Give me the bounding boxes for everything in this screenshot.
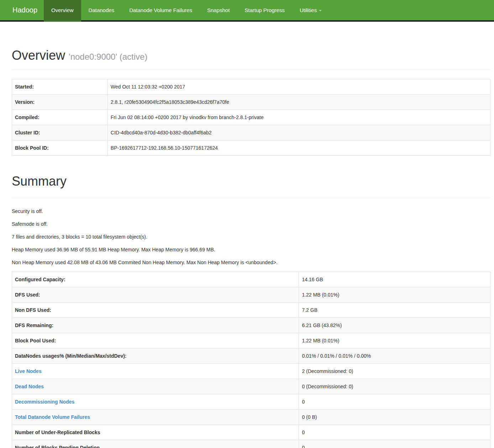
nav-item-utilities[interactable]: Utilities — [292, 0, 329, 20]
page-content: Overview 'node0:9000' (active) Started: … — [12, 47, 490, 448]
nav-item-label: Datanodes — [89, 7, 115, 13]
summary-value: 0 — [299, 440, 490, 448]
overview-page-header: Overview 'node0:9000' (active) — [12, 47, 490, 70]
info-row-version: Version: 2.8.1, r20fe5304904fc2f5a18053c… — [12, 95, 490, 110]
summary-label-dfs-remaining: DFS Remaining: — [15, 322, 53, 328]
info-row-started: Started: Wed Oct 11 12:03:32 +0200 2017 — [12, 79, 490, 95]
summary-label-non-dfs-used: Non DFS Used: — [15, 307, 51, 313]
summary-paragraph: Safemode is off. — [12, 220, 490, 228]
info-label-compiled: Compiled: — [12, 110, 108, 125]
summary-label-dfs-used: DFS Used: — [15, 292, 40, 298]
summary-row-total-datanode-volume-failures: Total Datanode Volume Failures 0 (0 B) — [12, 410, 490, 425]
page-title-text: Overview — [12, 48, 65, 63]
info-value: CID-4dbcd40a-870d-4d30-b382-db0aff4f6ab2 — [107, 125, 490, 140]
info-value: Fri Jun 02 08:14:00 +0200 2017 by vinodk… — [107, 110, 490, 125]
summary-label-datanodes-usages-min-median-max-stddev: DataNodes usages% (Min/Median/Max/stdDev… — [15, 353, 127, 359]
summary-row-number-of-blocks-pending-deletion: Number of Blocks Pending Deletion 0 — [12, 440, 490, 448]
nav-item-label: Datanode Volume Failures — [129, 7, 192, 13]
info-value: BP-1692617712-192.168.56.10-150771617262… — [107, 140, 490, 156]
info-value: Wed Oct 11 12:03:32 +0200 2017 — [107, 79, 490, 95]
nav-item: Utilities — [292, 0, 329, 22]
info-row-cluster-id: Cluster ID: CID-4dbcd40a-870d-4d30-b382-… — [12, 125, 490, 140]
summary-value: 0 (0 B) — [299, 410, 490, 425]
summary-value: 6.21 GB (43.82%) — [299, 318, 490, 333]
summary-value: 0.01% / 0.01% / 0.01% / 0.00% — [299, 348, 490, 364]
summary-paragraph: Heap Memory used 36.96 MB of 55.91 MB He… — [12, 246, 490, 253]
page-title: Overview 'node0:9000' (active) — [12, 47, 490, 63]
nav-item-snapshot[interactable]: Snapshot — [200, 0, 237, 20]
summary-row-live-nodes: Live Nodes 2 (Decommissioned: 0) — [12, 364, 490, 379]
summary-row-number-of-under-replicated-blocks: Number of Under-Replicated Blocks 0 — [12, 425, 490, 440]
info-row-compiled: Compiled: Fri Jun 02 08:14:00 +0200 2017… — [12, 110, 490, 125]
nav-item-label: Startup Progress — [245, 7, 285, 13]
summary-label-decommissioning-nodes[interactable]: Decommissioning Nodes — [15, 399, 74, 405]
summary-label-number-of-under-replicated-blocks: Number of Under-Replicated Blocks — [15, 430, 100, 435]
info-label-block-pool-id: Block Pool ID: — [12, 140, 108, 156]
caret-down-icon — [319, 10, 322, 11]
summary-row-datanodes-usages-min-median-max-stddev: DataNodes usages% (Min/Median/Max/stdDev… — [12, 348, 490, 364]
summary-row-configured-capacity: Configured Capacity: 14.16 GB — [12, 272, 490, 287]
summary-label-number-of-blocks-pending-deletion: Number of Blocks Pending Deletion — [15, 445, 100, 448]
info-row-block-pool-id: Block Pool ID: BP-1692617712-192.168.56.… — [12, 140, 490, 156]
nav-item-label: Snapshot — [207, 7, 230, 13]
page-subtitle: 'node0:9000' (active) — [69, 52, 147, 62]
top-navbar: Hadoop Overview Datanodes Datanode Volum… — [0, 0, 494, 22]
cluster-info-table-body: Started: Wed Oct 11 12:03:32 +0200 2017 … — [12, 79, 490, 156]
nav-item-datanode-volume-failures[interactable]: Datanode Volume Failures — [122, 0, 200, 20]
summary-row-dfs-remaining: DFS Remaining: 6.21 GB (43.82%) — [12, 318, 490, 333]
summary-value: 0 — [299, 394, 490, 410]
summary-label-live-nodes[interactable]: Live Nodes — [15, 368, 42, 374]
summary-value: 14.16 GB — [299, 272, 490, 287]
summary-paragraph: Non Heap Memory used 42.08 MB of 43.06 M… — [12, 259, 490, 266]
summary-row-block-pool-used: Block Pool Used: 1.22 MB (0.01%) — [12, 333, 490, 348]
nav-item: Datanodes — [81, 0, 122, 22]
nav-item: Datanode Volume Failures — [122, 0, 200, 22]
nav-item-startup-progress[interactable]: Startup Progress — [237, 0, 292, 20]
summary-label-configured-capacity: Configured Capacity: — [15, 277, 65, 282]
navbar-brand[interactable]: Hadoop — [0, 0, 44, 20]
nav-item: Startup Progress — [237, 0, 292, 22]
summary-table-body: Configured Capacity: 14.16 GB DFS Used: … — [12, 272, 490, 448]
summary-row-dfs-used: DFS Used: 1.22 MB (0.01%) — [12, 287, 490, 303]
summary-paragraph: 7 files and directories, 3 blocks = 10 t… — [12, 233, 490, 240]
summary-value: 1.22 MB (0.01%) — [299, 333, 490, 348]
summary-table: Configured Capacity: 14.16 GB DFS Used: … — [12, 272, 490, 448]
summary-value: 2 (Decommissioned: 0) — [299, 364, 490, 379]
summary-row-non-dfs-used: Non DFS Used: 7.2 GB — [12, 303, 490, 318]
info-label-cluster-id: Cluster ID: — [12, 125, 108, 140]
nav-item: Snapshot — [200, 0, 237, 22]
summary-value: 0 (Decommissioned: 0) — [299, 379, 490, 394]
info-label-started: Started: — [12, 79, 108, 95]
cluster-info-table: Started: Wed Oct 11 12:03:32 +0200 2017 … — [12, 79, 490, 156]
summary-page-header: Summary — [12, 173, 490, 198]
nav-item-label: Overview — [51, 7, 74, 13]
summary-paragraph: Security is off. — [12, 208, 490, 215]
summary-value: 7.2 GB — [299, 303, 490, 318]
summary-row-decommissioning-nodes: Decommissioning Nodes 0 — [12, 394, 490, 410]
info-label-version: Version: — [12, 95, 108, 110]
summary-value: 0 — [299, 425, 490, 440]
navbar-menu: Overview Datanodes Datanode Volume Failu… — [44, 0, 329, 22]
summary-row-dead-nodes: Dead Nodes 0 (Decommissioned: 0) — [12, 379, 490, 394]
summary-label-total-datanode-volume-failures[interactable]: Total Datanode Volume Failures — [15, 414, 90, 420]
nav-item-datanodes[interactable]: Datanodes — [81, 0, 122, 20]
summary-heading: Summary — [12, 173, 490, 189]
summary-label-block-pool-used: Block Pool Used: — [15, 338, 56, 343]
nav-item-label: Utilities — [300, 7, 317, 13]
summary-label-dead-nodes[interactable]: Dead Nodes — [15, 384, 44, 389]
nav-item-overview[interactable]: Overview — [44, 0, 81, 22]
nav-item: Overview — [44, 0, 81, 22]
summary-value: 1.22 MB (0.01%) — [299, 287, 490, 303]
info-value: 2.8.1, r20fe5304904fc2f5a18053c389e43cd2… — [107, 95, 490, 110]
summary-paragraphs: Security is off. Safemode is off. 7 file… — [12, 208, 490, 266]
